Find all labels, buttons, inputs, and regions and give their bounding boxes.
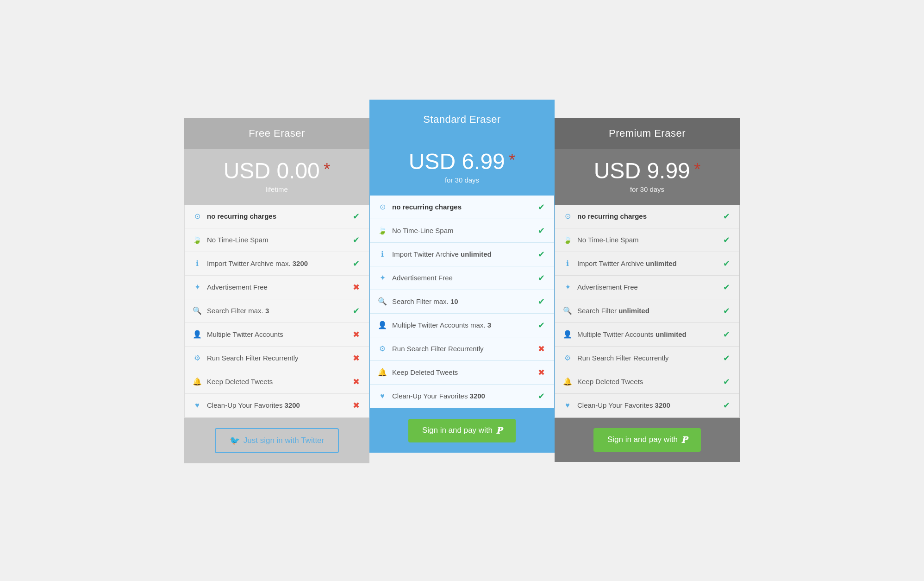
free-feature-row-4: 🔍Search Filter max. 3✔	[185, 299, 369, 323]
standard-feature-row-3: ✦Advertisement Free✔	[370, 266, 554, 290]
standard-feature-status-0: ✔	[536, 202, 547, 212]
premium-feature-row-1: 🍃No Time-Line Spam✔	[555, 228, 739, 252]
standard-feature-text-6: Run Search Filter Recurrently	[392, 345, 536, 353]
premium-feature-icon-2: ℹ	[562, 259, 573, 269]
plan-standard: Standard Eraser USD 6.99 * for 30 days ⊙…	[369, 100, 555, 453]
standard-feature-row-8: ♥Clean-Up Your Favorites 3200✔	[370, 385, 554, 408]
premium-feature-status-8: ✔	[721, 400, 732, 410]
free-feature-icon-5: 👤	[192, 329, 202, 340]
free-feature-status-8: ✖	[350, 400, 362, 410]
standard-feature-icon-2: ℹ	[377, 249, 387, 259]
free-feature-status-1: ✔	[350, 235, 362, 245]
premium-feature-status-3: ✔	[721, 282, 732, 292]
free-feature-icon-8: ♥	[192, 400, 202, 410]
premium-feature-icon-0: ⊙	[562, 211, 573, 221]
free-feature-text-6: Run Search Filter Recurrently	[207, 354, 350, 362]
premium-feature-text-4: Search Filter unlimited	[577, 307, 721, 315]
free-cta-button[interactable]: 🐦Just sign in with Twitter	[215, 428, 339, 453]
premium-feature-text-8: Clean-Up Your Favorites 3200	[577, 401, 721, 409]
free-feature-status-5: ✖	[350, 329, 362, 340]
premium-feature-row-4: 🔍Search Filter unlimited✔	[555, 299, 739, 323]
standard-feature-row-4: 🔍Search Filter max. 10✔	[370, 290, 554, 314]
standard-feature-icon-4: 🔍	[377, 297, 387, 307]
premium-price-asterisk: *	[694, 160, 700, 179]
free-feature-row-3: ✦Advertisement Free✖	[185, 276, 369, 299]
premium-feature-row-3: ✦Advertisement Free✔	[555, 276, 739, 299]
free-feature-row-6: ⚙Run Search Filter Recurrently✖	[185, 347, 369, 370]
premium-footer: Sign in and pay with𝐏	[555, 418, 740, 462]
free-feature-icon-7: 🔔	[192, 377, 202, 387]
free-feature-text-4: Search Filter max. 3	[207, 307, 350, 315]
standard-feature-text-7: Keep Deleted Tweets	[392, 368, 536, 376]
standard-feature-text-0: no recurring charges	[392, 203, 536, 211]
standard-feature-text-1: No Time-Line Spam	[392, 227, 536, 234]
standard-feature-icon-0: ⊙	[377, 202, 387, 212]
plan-premium: Premium Eraser USD 9.99 * for 30 days ⊙n…	[555, 118, 740, 462]
standard-feature-status-3: ✔	[536, 273, 547, 283]
premium-feature-row-2: ℹImport Twitter Archive unlimited✔	[555, 252, 739, 276]
premium-feature-text-2: Import Twitter Archive unlimited	[577, 259, 721, 267]
standard-feature-status-5: ✔	[536, 320, 547, 330]
standard-feature-row-2: ℹImport Twitter Archive unlimited✔	[370, 243, 554, 266]
premium-feature-row-5: 👤Multiple Twitter Accounts unlimited✔	[555, 323, 739, 347]
standard-price-period: for 30 days	[379, 176, 545, 184]
free-footer: 🐦Just sign in with Twitter	[184, 418, 369, 463]
standard-features: ⊙no recurring charges✔🍃No Time-Line Spam…	[369, 196, 555, 409]
free-feature-icon-0: ⊙	[192, 211, 202, 221]
free-feature-text-0: no recurring charges	[207, 212, 350, 220]
free-feature-icon-3: ✦	[192, 282, 202, 292]
standard-price-asterisk: *	[509, 151, 515, 170]
standard-feature-icon-7: 🔔	[377, 367, 387, 378]
premium-feature-icon-8: ♥	[562, 400, 573, 410]
pricing-table: Free Eraser USD 0.00 * lifetime ⊙no recu…	[184, 118, 740, 463]
free-feature-text-7: Keep Deleted Tweets	[207, 378, 350, 385]
premium-feature-row-0: ⊙no recurring charges✔	[555, 205, 739, 228]
premium-cta-button[interactable]: Sign in and pay with𝐏	[593, 428, 701, 452]
standard-feature-row-7: 🔔Keep Deleted Tweets✖	[370, 361, 554, 385]
free-feature-icon-6: ⚙	[192, 353, 202, 363]
standard-feature-row-5: 👤Multiple Twitter Accounts max. 3✔	[370, 314, 554, 337]
free-price-period: lifetime	[194, 185, 360, 193]
standard-feature-icon-3: ✦	[377, 273, 387, 283]
premium-feature-icon-1: 🍃	[562, 235, 573, 245]
premium-feature-row-8: ♥Clean-Up Your Favorites 3200✔	[555, 394, 739, 417]
free-feature-text-3: Advertisement Free	[207, 283, 350, 291]
premium-header: Premium Eraser	[555, 118, 740, 149]
free-feature-status-6: ✖	[350, 353, 362, 363]
standard-price: USD 6.99 * for 30 days	[369, 139, 555, 196]
free-feature-row-0: ⊙no recurring charges✔	[185, 205, 369, 228]
premium-feature-status-1: ✔	[721, 235, 732, 245]
free-feature-status-0: ✔	[350, 211, 362, 221]
premium-feature-text-1: No Time-Line Spam	[577, 236, 721, 244]
standard-feature-text-4: Search Filter max. 10	[392, 297, 536, 305]
free-feature-icon-2: ℹ	[192, 259, 202, 269]
standard-feature-row-0: ⊙no recurring charges✔	[370, 196, 554, 219]
standard-feature-text-5: Multiple Twitter Accounts max. 3	[392, 321, 536, 329]
standard-cta-button[interactable]: Sign in and pay with𝐏	[408, 419, 516, 442]
premium-feature-icon-3: ✦	[562, 282, 573, 292]
free-feature-text-1: No Time-Line Spam	[207, 236, 350, 244]
standard-feature-status-4: ✔	[536, 297, 547, 307]
standard-feature-status-1: ✔	[536, 226, 547, 236]
standard-feature-icon-6: ⚙	[377, 344, 387, 354]
free-feature-row-1: 🍃No Time-Line Spam✔	[185, 228, 369, 252]
premium-feature-text-6: Run Search Filter Recurrently	[577, 354, 721, 362]
standard-feature-text-3: Advertisement Free	[392, 274, 536, 282]
free-cta-label: Just sign in with Twitter	[243, 436, 324, 445]
standard-price-amount: USD 6.99	[409, 149, 505, 174]
standard-feature-status-7: ✖	[536, 367, 547, 378]
premium-feature-icon-7: 🔔	[562, 377, 573, 387]
standard-feature-status-2: ✔	[536, 249, 547, 259]
plan-free: Free Eraser USD 0.00 * lifetime ⊙no recu…	[184, 118, 369, 463]
premium-feature-row-6: ⚙Run Search Filter Recurrently✔	[555, 347, 739, 370]
premium-feature-status-5: ✔	[721, 329, 732, 340]
free-header: Free Eraser	[184, 118, 369, 149]
premium-feature-icon-5: 👤	[562, 329, 573, 340]
free-feature-row-2: ℹImport Twitter Archive max. 3200✔	[185, 252, 369, 276]
standard-feature-icon-1: 🍃	[377, 226, 387, 236]
premium-cta-label: Sign in and pay with	[607, 435, 678, 444]
premium-feature-text-7: Keep Deleted Tweets	[577, 378, 721, 385]
standard-feature-status-6: ✖	[536, 344, 547, 354]
premium-price-amount: USD 9.99	[594, 158, 690, 183]
twitter-bird-icon: 🐦	[230, 436, 240, 446]
